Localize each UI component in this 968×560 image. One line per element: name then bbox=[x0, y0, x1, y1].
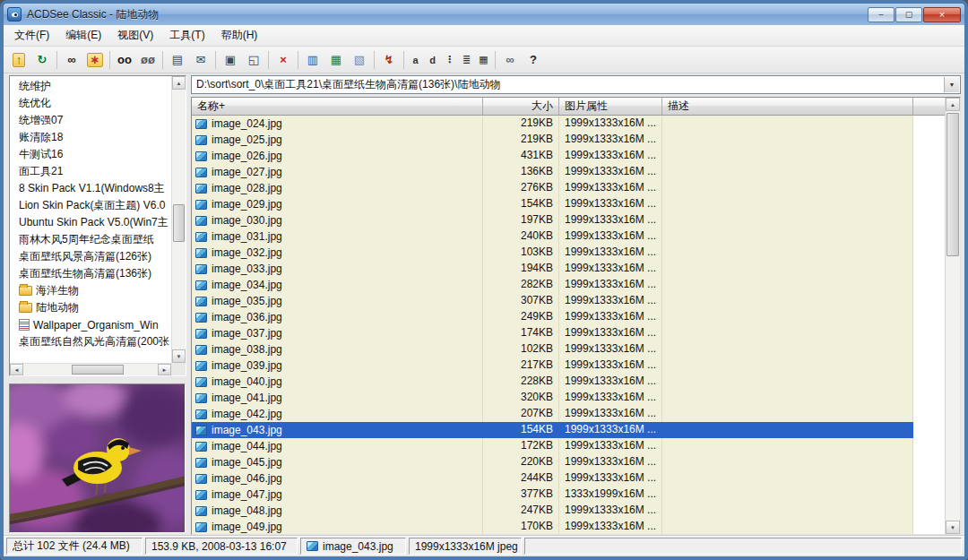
file-row[interactable]: image_042.jpg207KB1999x1333x16M ... bbox=[192, 406, 913, 422]
tree-item-label: Ubuntu Skin Pack V5.0(Win7主 bbox=[19, 215, 169, 230]
address-dropdown-button[interactable]: ▼ bbox=[944, 77, 959, 92]
tree-item-label: 桌面壁纸自然风光高清篇(200张 bbox=[19, 334, 169, 349]
tree-item[interactable]: 统优化 bbox=[10, 95, 171, 112]
image-file-icon bbox=[195, 184, 207, 194]
tree-item[interactable]: 账清除18 bbox=[10, 129, 171, 146]
file-row[interactable]: image_026.jpg431KB1999x1333x16M ... bbox=[192, 148, 913, 164]
tree-item[interactable]: 桌面壁纸风景高清篇(126张) bbox=[10, 248, 171, 265]
tree-scroll-track[interactable] bbox=[172, 90, 186, 349]
file-row[interactable]: image_049.jpg170KB1999x1333x16M ... bbox=[192, 519, 913, 534]
file-row[interactable]: image_034.jpg282KB1999x1333x16M ... bbox=[192, 277, 913, 293]
slideshow-button[interactable]: øø bbox=[136, 49, 160, 71]
copy-to-button[interactable]: ▣ bbox=[219, 49, 242, 71]
file-row[interactable]: image_027.jpg136KB1999x1333x16M ... bbox=[192, 164, 913, 180]
tree-hscroll-track[interactable] bbox=[23, 364, 158, 375]
list-scroll-thumb[interactable] bbox=[946, 113, 959, 256]
thumbnail-view-button[interactable]: ▦ bbox=[475, 49, 492, 71]
file-row[interactable]: image_046.jpg244KB1999x1333x16M ... bbox=[192, 470, 913, 487]
maximize-button[interactable]: ▢ bbox=[895, 7, 922, 22]
file-row[interactable]: image_024.jpg219KB1999x1333x16M ... bbox=[192, 116, 913, 132]
describe-panel-button[interactable]: ▥ bbox=[301, 49, 324, 71]
file-row[interactable]: image_040.jpg228KB1999x1333x16M ... bbox=[192, 374, 913, 390]
tree-scroll-down-arrow[interactable]: ▼ bbox=[172, 349, 186, 363]
menu-help[interactable]: 帮助(H) bbox=[213, 25, 266, 46]
menu-edit[interactable]: 编辑(E) bbox=[57, 25, 109, 46]
file-row[interactable]: image_033.jpg194KB1999x1333x16M ... bbox=[192, 261, 913, 277]
describe-series-button[interactable]: d bbox=[424, 49, 441, 71]
find-button[interactable]: ∞ bbox=[60, 49, 83, 71]
help-button[interactable]: ? bbox=[522, 49, 545, 71]
tree-item[interactable]: 海洋生物 bbox=[10, 282, 171, 299]
file-row[interactable]: image_029.jpg154KB1999x1333x16M ... bbox=[192, 196, 913, 212]
tree-item-label: 面工具21 bbox=[19, 164, 63, 179]
sequence-button[interactable]: ⋮ bbox=[441, 49, 458, 71]
tree-item[interactable]: 统增强07 bbox=[10, 112, 171, 129]
column-header-props[interactable]: 图片属性 bbox=[559, 98, 662, 116]
file-row[interactable]: image_048.jpg247KB1999x1333x16M ... bbox=[192, 503, 913, 519]
close-button[interactable]: × bbox=[923, 7, 961, 22]
tree-item[interactable]: Wallpaper_Organism_Win bbox=[10, 316, 171, 333]
tree-item[interactable]: 桌面壁纸自然风光高清篇(200张 bbox=[10, 333, 171, 350]
activity-panel-button[interactable]: ▦ bbox=[324, 49, 348, 71]
file-row[interactable]: image_045.jpg220KB1999x1333x16M ... bbox=[192, 454, 913, 470]
tree-scroll-right-arrow[interactable]: ► bbox=[158, 364, 171, 375]
file-row[interactable]: image_043.jpg154KB1999x1333x16M ... bbox=[192, 422, 913, 438]
tree-hscroll-thumb[interactable] bbox=[72, 365, 124, 375]
address-input[interactable]: D:\sort\sort_0\桌面工具21\桌面壁纸生物高清篇(136张)\陆地… bbox=[191, 75, 961, 94]
file-row[interactable]: image_039.jpg217KB1999x1333x16M ... bbox=[192, 358, 913, 374]
menu-tools[interactable]: 工具(T) bbox=[161, 25, 212, 46]
file-name: image_024.jpg bbox=[212, 116, 282, 132]
file-row[interactable]: image_032.jpg103KB1999x1333x16M ... bbox=[192, 245, 913, 261]
rename-series-button[interactable]: a bbox=[407, 49, 424, 71]
menu-view[interactable]: 视图(V) bbox=[109, 25, 161, 46]
tree-item[interactable]: 面工具21 bbox=[10, 163, 171, 180]
file-props-cell: 1999x1333x16M ... bbox=[559, 293, 662, 309]
file-row[interactable]: image_041.jpg320KB1999x1333x16M ... bbox=[192, 390, 913, 406]
tree-item[interactable]: 雨林木风5周年纪念桌面壁纸 bbox=[10, 231, 171, 248]
file-row[interactable]: image_030.jpg197KB1999x1333x16M ... bbox=[192, 212, 913, 228]
tree-item[interactable]: Lion Skin Pack(桌面主题) V6.0 bbox=[10, 197, 171, 214]
column-header-desc[interactable]: 描述 bbox=[662, 98, 913, 116]
send-email-button[interactable]: ✉ bbox=[189, 49, 212, 71]
favorites-button[interactable]: ∗ bbox=[83, 49, 107, 71]
column-header-size[interactable]: 大小 bbox=[483, 98, 559, 116]
titlebar[interactable]: ACDSee Classic - 陆地动物 – ▢ × bbox=[4, 4, 964, 25]
move-to-button[interactable]: ◱ bbox=[242, 49, 265, 71]
file-row[interactable]: image_038.jpg102KB1999x1333x16M ... bbox=[192, 341, 913, 358]
file-row[interactable]: image_036.jpg249KB1999x1333x16M ... bbox=[192, 309, 913, 325]
file-row[interactable]: image_031.jpg240KB1999x1333x16M ... bbox=[192, 228, 913, 245]
tree-item[interactable]: 桌面壁纸生物高清篇(136张) bbox=[10, 265, 171, 282]
file-row[interactable]: image_047.jpg377KB1333x1999x16M ... bbox=[192, 487, 913, 503]
tree-scroll-left-arrow[interactable]: ◄ bbox=[10, 364, 23, 375]
acquire-button[interactable]: ↯ bbox=[377, 49, 401, 71]
file-row[interactable]: image_028.jpg276KB1999x1333x16M ... bbox=[192, 180, 913, 196]
tree-vertical-scrollbar[interactable]: ▲ ▼ bbox=[171, 76, 186, 363]
tree-scroll-up-arrow[interactable]: ▲ bbox=[172, 76, 186, 90]
tree-horizontal-scrollbar[interactable]: ◄ ► bbox=[10, 363, 171, 375]
tree-scroll-thumb[interactable] bbox=[173, 204, 185, 242]
list-vertical-scrollbar[interactable]: ▲ ▼ bbox=[945, 98, 960, 534]
list-view-button[interactable]: ≣ bbox=[458, 49, 475, 71]
minimize-button[interactable]: – bbox=[868, 7, 895, 22]
parent-folder-button[interactable]: ↑ bbox=[7, 49, 30, 71]
menu-file[interactable]: 文件(F) bbox=[6, 25, 57, 46]
tree-item[interactable]: 统维护 bbox=[10, 78, 171, 95]
preview-panel-button[interactable]: ▧ bbox=[348, 49, 371, 71]
file-row[interactable]: image_037.jpg174KB1999x1333x16M ... bbox=[192, 325, 913, 341]
file-row[interactable]: image_044.jpg172KB1999x1333x16M ... bbox=[192, 438, 913, 454]
list-scroll-down-arrow[interactable]: ▼ bbox=[946, 521, 960, 534]
refresh-button[interactable]: ↻ bbox=[30, 49, 54, 71]
list-scroll-up-arrow[interactable]: ▲ bbox=[946, 98, 960, 111]
tree-item[interactable]: 8 Skin Pack V1.1(Windows8主 bbox=[10, 180, 171, 197]
image-window-button[interactable]: oo bbox=[113, 49, 136, 71]
file-row[interactable]: image_025.jpg219KB1999x1333x16M ... bbox=[192, 132, 913, 148]
tree-item[interactable]: Ubuntu Skin Pack V5.0(Win7主 bbox=[10, 214, 171, 231]
tree-item[interactable]: 牛测试16 bbox=[10, 146, 171, 163]
print-button[interactable]: ▤ bbox=[166, 49, 189, 71]
file-row[interactable]: image_035.jpg307KB1999x1333x16M ... bbox=[192, 293, 913, 309]
list-scroll-track[interactable] bbox=[946, 111, 960, 521]
column-header-name[interactable]: 名称+ bbox=[192, 98, 483, 116]
tree-item[interactable]: 陆地动物 bbox=[10, 299, 171, 316]
delete-button[interactable]: × bbox=[272, 49, 295, 71]
link-button[interactable]: ∞ bbox=[498, 49, 522, 71]
